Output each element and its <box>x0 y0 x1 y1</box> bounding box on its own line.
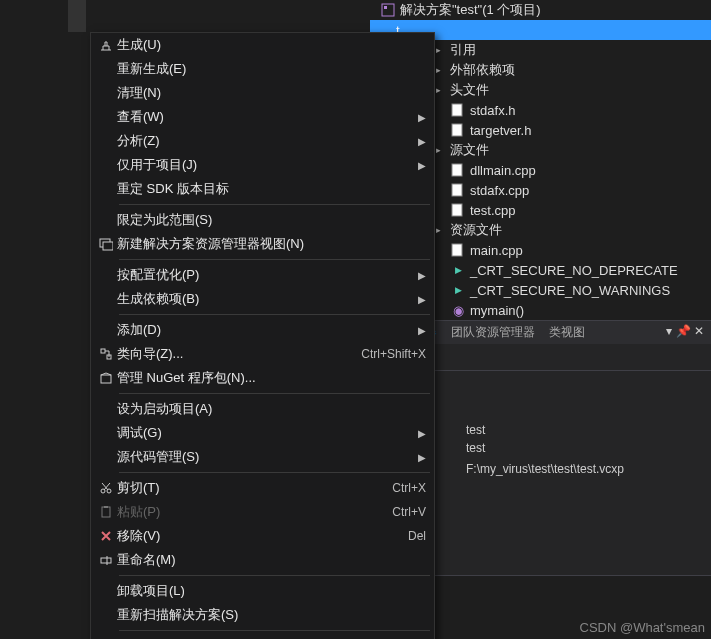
prop-value[interactable]: test <box>460 439 711 460</box>
tree-node-label: stdafx.h <box>470 103 516 118</box>
submenu-arrow-icon: ▶ <box>408 294 426 305</box>
solution-title: 解决方案"test"(1 个项目) <box>400 1 541 19</box>
menu-item-label: 源代码管理(S) <box>117 448 408 466</box>
cpp-icon <box>450 162 466 178</box>
prop-value[interactable] <box>460 478 711 499</box>
submenu-arrow-icon: ▶ <box>408 428 426 439</box>
cpp-icon <box>450 182 466 198</box>
menu-item[interactable]: 调试(G)▶ <box>91 421 434 445</box>
menu-item[interactable]: 新建解决方案资源管理器视图(N) <box>91 232 434 256</box>
menu-shortcut: Ctrl+X <box>382 481 426 495</box>
menu-item[interactable]: 清理(N) <box>91 81 434 105</box>
menu-item[interactable]: 生成(U) <box>91 33 434 57</box>
func-icon: ◉ <box>450 302 466 318</box>
menu-separator <box>119 630 430 631</box>
menu-item-label: 设为启动项目(A) <box>117 400 426 418</box>
menu-item[interactable]: 移除(V)Del <box>91 524 434 548</box>
menu-item[interactable]: 重新生成(E) <box>91 57 434 81</box>
menu-item-label: 重命名(M) <box>117 551 426 569</box>
menu-item-label: 添加(D) <box>117 321 408 339</box>
svg-rect-1 <box>384 6 387 9</box>
tree-node-label: main.cpp <box>470 243 523 258</box>
tree-node-label: 资源文件 <box>450 221 502 239</box>
menu-item-label: 分析(Z) <box>117 132 408 150</box>
menu-separator <box>119 472 430 473</box>
blank-icon <box>95 424 117 442</box>
menu-item[interactable]: 管理 NuGet 程序包(N)... <box>91 366 434 390</box>
menu-separator <box>119 393 430 394</box>
solution-icon <box>380 2 396 18</box>
h-icon <box>450 122 466 138</box>
submenu-arrow-icon: ▶ <box>408 136 426 147</box>
tab-classview[interactable]: 类视图 <box>542 321 592 344</box>
menu-item-label: 新建解决方案资源管理器视图(N) <box>117 235 426 253</box>
menu-item: 粘贴(P)Ctrl+V <box>91 500 434 524</box>
menu-shortcut: Ctrl+Shift+X <box>351 347 426 361</box>
rename-icon <box>95 551 117 569</box>
menu-item[interactable]: 重新扫描解决方案(S) <box>91 603 434 627</box>
menu-item-label: 重新生成(E) <box>117 60 426 78</box>
tab-team[interactable]: 团队资源管理器 <box>444 321 542 344</box>
blank-icon <box>95 606 117 624</box>
menu-item-label: 清理(N) <box>117 84 426 102</box>
tree-node-label: stdafx.cpp <box>470 183 529 198</box>
menu-item-label: 仅用于项目(J) <box>117 156 408 174</box>
blank-icon <box>95 156 117 174</box>
prop-value[interactable]: test <box>460 421 711 439</box>
menu-item[interactable]: 重定 SDK 版本目标 <box>91 177 434 201</box>
svg-rect-9 <box>103 242 113 250</box>
menu-item-label: 卸载项目(L) <box>117 582 426 600</box>
tree-node-label: test.cpp <box>470 203 516 218</box>
menu-item[interactable]: 源代码管理(S)▶ <box>91 445 434 469</box>
svg-rect-7 <box>452 244 462 256</box>
svg-rect-5 <box>452 184 462 196</box>
menu-item[interactable]: 分析(Z)▶ <box>91 129 434 153</box>
menu-item-label: 生成依赖项(B) <box>117 290 408 308</box>
blank-icon <box>95 180 117 198</box>
menu-item[interactable]: 设为启动项目(A) <box>91 397 434 421</box>
blank-icon <box>95 582 117 600</box>
blank-icon <box>95 132 117 150</box>
menu-item[interactable]: 生成依赖项(B)▶ <box>91 287 434 311</box>
nuget-icon <box>95 369 117 387</box>
menu-item[interactable]: 限定为此范围(S) <box>91 208 434 232</box>
blank-icon <box>95 108 117 126</box>
menu-shortcut: Ctrl+V <box>382 505 426 519</box>
panel-tools[interactable]: ▾ 📌 ✕ <box>659 321 711 344</box>
menu-separator <box>119 575 430 576</box>
submenu-arrow-icon: ▶ <box>408 452 426 463</box>
menu-item[interactable]: 重命名(M) <box>91 548 434 572</box>
menu-item-label: 管理 NuGet 程序包(N)... <box>117 369 426 387</box>
menu-item-label: 移除(V) <box>117 527 398 545</box>
menu-item[interactable]: 按配置优化(P)▶ <box>91 263 434 287</box>
tree-node-label: dllmain.cpp <box>470 163 536 178</box>
sym-icon: ▶ <box>450 282 466 298</box>
tree-node-label: 外部依赖项 <box>450 61 515 79</box>
tree-node-label: targetver.h <box>470 123 531 138</box>
menu-item[interactable]: 剪切(T)Ctrl+X <box>91 476 434 500</box>
submenu-arrow-icon: ▶ <box>408 325 426 336</box>
menu-item[interactable]: 卸载项目(L) <box>91 579 434 603</box>
menu-separator <box>119 259 430 260</box>
tree-node-label: 源文件 <box>450 141 489 159</box>
menu-item[interactable]: 查看(W)▶ <box>91 105 434 129</box>
menu-item[interactable]: 添加(D)▶ <box>91 318 434 342</box>
menu-separator <box>119 314 430 315</box>
tree-node-label: _CRT_SECURE_NO_DEPRECATE <box>470 263 678 278</box>
paste-icon <box>95 503 117 521</box>
blank-icon <box>95 266 117 284</box>
cpp-icon <box>450 242 466 258</box>
menu-item-label: 重定 SDK 版本目标 <box>117 180 426 198</box>
svg-rect-17 <box>101 558 111 563</box>
blank-icon <box>95 321 117 339</box>
menu-item-label: 剪切(T) <box>117 479 382 497</box>
menu-item[interactable]: 仅用于项目(J)▶ <box>91 153 434 177</box>
menu-shortcut: Del <box>398 529 426 543</box>
build-icon <box>95 36 117 54</box>
menu-item[interactable]: 类向导(Z)...Ctrl+Shift+X <box>91 342 434 366</box>
prop-value[interactable]: F:\my_virus\test\test\test.vcxp <box>460 460 711 478</box>
menu-item[interactable]: 在文件资源管理器中打开文件夹(X) <box>91 634 434 639</box>
menu-item-label: 类向导(Z)... <box>117 345 351 363</box>
solution-root[interactable]: 解决方案"test"(1 个项目) <box>370 0 711 20</box>
menu-item-label: 重新扫描解决方案(S) <box>117 606 426 624</box>
